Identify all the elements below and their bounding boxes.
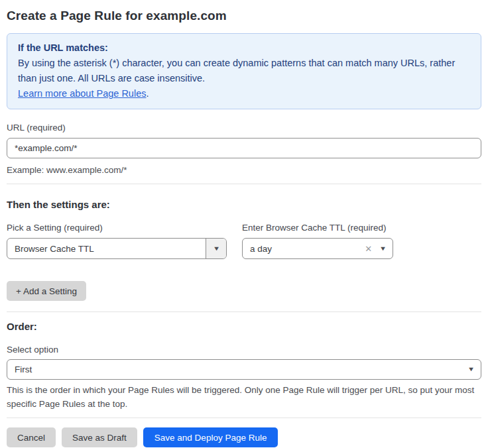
- url-input[interactable]: [7, 138, 481, 158]
- pick-setting-column: Pick a Setting (required) Browser Cache …: [7, 223, 227, 259]
- divider: [7, 311, 481, 312]
- divider: [7, 418, 481, 418]
- ttl-value: a day: [243, 244, 272, 254]
- url-match-info-box: If the URL matches: By using the asteris…: [7, 33, 481, 109]
- order-section-heading: Order:: [7, 321, 481, 331]
- pick-setting-select[interactable]: Browser Cache TTL ▼: [7, 238, 227, 259]
- save-as-draft-button[interactable]: Save as Draft: [62, 427, 137, 447]
- url-example-helper: Example: www.example.com/*: [7, 163, 481, 177]
- divider: [7, 184, 481, 184]
- learn-more-link[interactable]: Learn more about Page Rules: [18, 88, 146, 99]
- add-setting-button[interactable]: + Add a Setting: [7, 281, 86, 301]
- order-select-label: Select option: [7, 345, 481, 355]
- chevron-down-icon: ▼: [467, 366, 475, 372]
- chevron-down-icon: ▼: [379, 246, 387, 252]
- info-box-body: By using the asterisk (*) character, you…: [18, 56, 470, 86]
- chevron-down-icon: ▼: [212, 246, 219, 252]
- cancel-button[interactable]: Cancel: [7, 427, 56, 447]
- order-select[interactable]: First ▼: [7, 359, 481, 380]
- settings-row: Pick a Setting (required) Browser Cache …: [7, 223, 481, 259]
- pick-setting-label: Pick a Setting (required): [7, 223, 227, 233]
- pick-setting-value: Browser Cache TTL: [7, 244, 94, 254]
- pick-setting-dropdown-button[interactable]: ▼: [206, 239, 226, 258]
- footer-buttons: Cancel Save as Draft Save and Deploy Pag…: [7, 427, 481, 447]
- order-select-value: First: [7, 364, 32, 374]
- link-suffix: .: [146, 88, 149, 99]
- info-box-link-line: Learn more about Page Rules.: [18, 86, 470, 101]
- order-helper-text: This is the order in which your Page Rul…: [7, 383, 481, 411]
- ttl-label: Enter Browser Cache TTL (required): [242, 223, 393, 233]
- settings-section-heading: Then the settings are:: [7, 199, 481, 209]
- info-box-heading: If the URL matches:: [18, 40, 470, 56]
- ttl-select[interactable]: a day ✕ ▼: [242, 238, 393, 259]
- clear-icon[interactable]: ✕: [362, 244, 375, 254]
- ttl-column: Enter Browser Cache TTL (required) a day…: [242, 223, 393, 259]
- save-deploy-button[interactable]: Save and Deploy Page Rule: [143, 427, 278, 447]
- url-field-label: URL (required): [7, 123, 481, 133]
- page-title: Create a Page Rule for example.com: [7, 7, 481, 23]
